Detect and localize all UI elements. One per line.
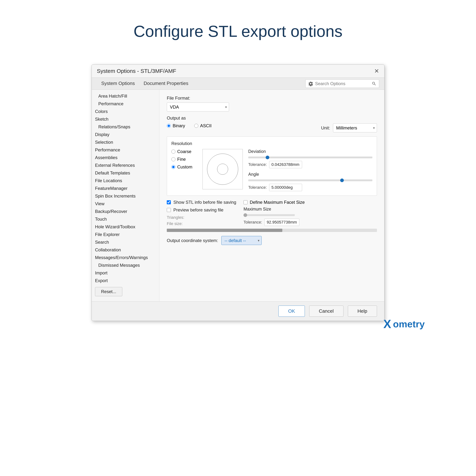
binary-radio-label[interactable]: Binary [167,123,185,128]
system-options-dialog: System Options - STL/3MF/AMF ✕ System Op… [92,65,384,321]
unit-select[interactable]: Millimeters Inches Centimeters [333,123,377,132]
sidebar-item-area-hatch[interactable]: Area Hatch/Fill [92,92,159,100]
angle-tolerance-value: 5.00000deg [269,184,302,191]
sidebar-item-sketch[interactable]: Sketch [92,115,159,123]
horizontal-scrollbar[interactable] [167,229,377,232]
fine-radio-text: Fine [177,157,186,162]
output-coord-select[interactable]: -- default -- [221,236,262,245]
sidebar-item-messages[interactable]: Messages/Errors/Warnings [92,254,159,261]
deviation-slider-track[interactable] [248,156,372,158]
sidebar-item-backup-recover[interactable]: Backup/Recover [92,208,159,215]
search-input[interactable] [315,81,370,86]
output-coord-label: Output coordinate system: [167,238,218,243]
preview-before-saving-checkbox[interactable] [167,208,171,212]
output-as-radio-row: Binary ASCII [167,123,212,128]
sidebar-item-dismissed-messages[interactable]: Dismissed Messages [92,261,159,269]
unit-row: Unit: Millimeters Inches Centimeters ▾ [321,123,377,132]
coarse-radio-text: Coarse [177,149,191,154]
sidebar-item-performance[interactable]: Performance [92,146,159,154]
tab-document-properties[interactable]: Document Properties [139,78,193,89]
sidebar-item-display[interactable]: Display [92,131,159,138]
max-size-tolerance-label: Tolerance: [243,220,262,225]
sidebar-item-default-templates[interactable]: Default Templates [92,169,159,177]
custom-radio[interactable] [171,165,175,169]
xometry-logo: X ometry [383,317,425,331]
define-max-facet-checkbox[interactable] [243,200,248,204]
file-size-label: File size: [167,221,236,226]
angle-slider-thumb[interactable] [340,178,344,182]
sidebar-item-export[interactable]: Export [92,277,159,285]
max-size-slider-thumb[interactable] [243,213,247,217]
horizontal-scrollbar-thumb[interactable] [167,229,282,232]
define-facet-section: Define Maximum Facet Size Maximum Size T… [243,200,305,226]
dialog-title: System Options - STL/3MF/AMF [97,68,176,74]
sidebar-item-hole-wizard[interactable]: Hole Wizard/Toolbox [92,223,159,231]
show-stl-info-label[interactable]: Show STL info before file saving [167,200,236,205]
binary-radio[interactable] [167,124,171,128]
xometry-x-letter: X [383,317,391,331]
sidebar-item-relations-snaps[interactable]: Relations/Snaps [92,123,159,131]
file-format-dropdown-wrapper: VDA STL 3MF AMF ▾ [167,102,229,112]
fine-radio[interactable] [171,157,175,161]
custom-radio-text: Custom [177,164,192,170]
sidebar-item-external-references[interactable]: External References [92,161,159,169]
max-size-tolerance-value: 92.95057738mm [264,219,299,226]
sidebar-item-selection[interactable]: Selection [92,138,159,146]
max-size-tolerance-row: Tolerance: 92.95057738mm [243,219,305,226]
sidebar: Area Hatch/Fill Performance Colors Sketc… [92,90,159,301]
xometry-name: ometry [393,319,425,330]
sidebar-item-touch[interactable]: Touch [92,215,159,223]
sidebar-item-assemblies[interactable]: Assemblies [92,154,159,161]
deviation-tolerance-value: 0.04263788mm [269,161,302,168]
sidebar-item-performance-child[interactable]: Performance [92,100,159,108]
sidebar-item-collaboration[interactable]: Collaboration [92,246,159,254]
file-format-select[interactable]: VDA STL 3MF AMF [167,102,229,112]
sidebar-item-import[interactable]: Import [92,269,159,277]
sidebar-item-file-explorer[interactable]: File Explorer [92,231,159,238]
deviation-tolerance-label: Tolerance: [248,162,267,167]
sidebar-item-view[interactable]: View [92,200,159,208]
coarse-radio[interactable] [171,150,175,153]
sidebar-item-search[interactable]: Search [92,238,159,246]
help-button[interactable]: Help [348,306,377,317]
unit-label: Unit: [321,125,330,131]
angle-tolerance-row: Tolerance: 5.00000deg [248,184,372,191]
resolution-body: Coarse Fine Custom [171,149,372,191]
sidebar-reset-area: Reset... [95,287,156,296]
sidebar-item-feature-manager[interactable]: FeatureManager [92,185,159,192]
deviation-slider-thumb[interactable] [266,156,269,159]
output-as-group: Output as Binary ASCII [167,116,212,132]
deviation-title: Deviation [248,149,372,154]
define-facet-label[interactable]: Define Maximum Facet Size [243,200,305,205]
sidebar-item-file-locations[interactable]: File Locations [92,177,159,185]
dialog-tabs-bar: System Options Document Properties [92,78,384,90]
sidebar-item-spin-box[interactable]: Spin Box Increments [92,192,159,200]
dialog-titlebar: System Options - STL/3MF/AMF ✕ [92,65,384,78]
ascii-radio-label[interactable]: ASCII [194,123,212,128]
reset-button[interactable]: Reset... [95,287,122,296]
max-size-slider-track[interactable] [243,214,295,216]
sidebar-item-colors[interactable]: Colors [92,108,159,115]
search-icon [372,81,376,86]
ascii-radio[interactable] [194,124,198,128]
resolution-title: Resolution [171,141,372,146]
output-coord-dropdown-wrapper: -- default -- ▾ [221,236,262,245]
max-size-title: Maximum Size [243,207,305,212]
main-content: File Format: VDA STL 3MF AMF ▾ Output as [159,90,384,301]
custom-radio-label[interactable]: Custom [171,164,197,170]
coarse-radio-label[interactable]: Coarse [171,149,197,154]
preview-before-saving-text: Preview before saving file [173,207,223,213]
tab-system-options[interactable]: System Options [97,78,139,89]
angle-tolerance-label: Tolerance: [248,185,267,190]
show-stl-info-checkbox[interactable] [167,200,171,204]
angle-slider-track[interactable] [248,179,372,181]
preview-before-saving-label[interactable]: Preview before saving file [167,207,236,213]
unit-dropdown-wrapper: Millimeters Inches Centimeters ▾ [333,123,377,132]
search-box[interactable] [305,79,379,88]
close-button[interactable]: ✕ [374,68,379,74]
deviation-tolerance-row: Tolerance: 0.04263788mm [248,161,372,168]
file-format-label: File Format: [167,96,377,101]
fine-radio-label[interactable]: Fine [171,157,197,162]
cancel-button[interactable]: Cancel [309,306,343,317]
ok-button[interactable]: OK [278,306,305,317]
